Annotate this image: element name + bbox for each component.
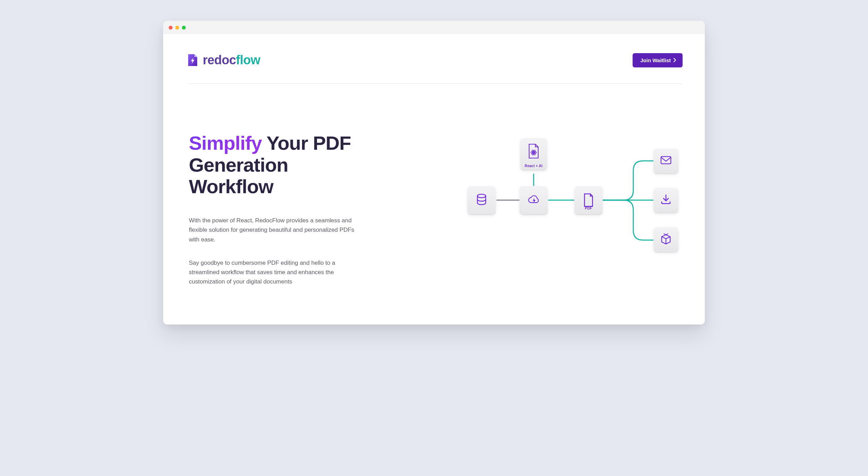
hero-paragraph-2: Say goodbye to cumbersome PDF editing an… xyxy=(189,258,356,287)
window-titlebar xyxy=(163,21,705,34)
site-header: redocflow Join Waitlist xyxy=(187,53,683,84)
diagram-node-download xyxy=(653,188,678,213)
diagram-node-pdf: PDF xyxy=(574,186,603,214)
window-close-icon[interactable] xyxy=(169,26,173,30)
pdf-file-icon xyxy=(582,193,595,207)
mail-icon xyxy=(660,154,672,167)
brand-name-primary: redoc xyxy=(203,53,236,67)
hero-section: Simplify Your PDF Generation Workflow Wi… xyxy=(187,84,683,286)
hero-paragraph-1: With the power of React, RedocFlow provi… xyxy=(189,216,356,244)
window-zoom-icon[interactable] xyxy=(182,26,186,30)
diagram-node-engine xyxy=(519,186,548,214)
hero-title-accent: Simplify xyxy=(189,132,262,154)
svg-point-0 xyxy=(477,194,486,198)
diagram-node-database xyxy=(467,186,496,214)
diagram-pdf-caption: PDF xyxy=(574,206,603,210)
page-content: redocflow Join Waitlist Simplify Your PD… xyxy=(163,34,705,325)
hero-copy: Simplify Your PDF Generation Workflow Wi… xyxy=(187,132,368,286)
package-icon xyxy=(660,233,672,246)
svg-rect-5 xyxy=(661,157,671,164)
brand-name-secondary: flow xyxy=(236,53,260,67)
hero-diagram-wrap: React + AI PDF xyxy=(382,132,683,278)
brand-logo-icon xyxy=(187,54,198,67)
brand-logo-text: redocflow xyxy=(203,53,260,67)
react-file-icon xyxy=(528,148,540,160)
workflow-diagram: React + AI PDF xyxy=(460,132,683,264)
svg-point-1 xyxy=(533,152,534,153)
browser-window: redocflow Join Waitlist Simplify Your PD… xyxy=(163,21,705,325)
download-icon xyxy=(660,194,672,207)
join-waitlist-button[interactable]: Join Waitlist xyxy=(633,53,683,67)
join-waitlist-label: Join Waitlist xyxy=(640,57,671,63)
diagram-react-caption: React + AI xyxy=(520,164,547,168)
chevron-right-icon xyxy=(673,58,676,63)
hero-title: Simplify Your PDF Generation Workflow xyxy=(189,132,368,198)
window-minimize-icon[interactable] xyxy=(175,26,179,30)
diagram-node-package xyxy=(653,227,678,252)
diagram-node-react-ai: React + AI xyxy=(520,138,547,170)
database-icon xyxy=(475,192,489,208)
brand-logo[interactable]: redocflow xyxy=(187,53,260,67)
diagram-node-mail xyxy=(653,148,678,173)
cloud-bolt-icon xyxy=(527,192,541,208)
